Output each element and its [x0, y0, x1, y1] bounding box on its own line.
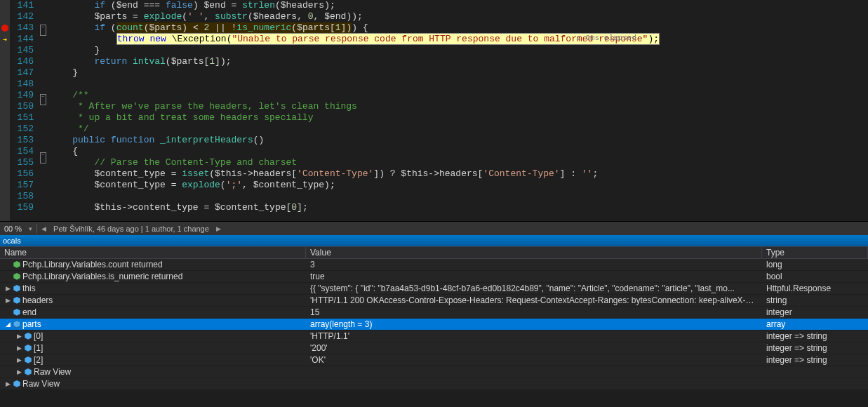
variable-name: Raw View — [34, 366, 71, 378]
code-line[interactable]: public function _interpretHeaders() — [48, 135, 868, 146]
variable-icon — [24, 368, 32, 376]
locals-row[interactable]: ▶ this{{ "system": { "id": "b7aa4a53-d9b… — [0, 283, 868, 295]
blame-info[interactable]: Petr Švihlík, 46 days ago | 1 author, 1 … — [49, 225, 213, 233]
variable-type — [762, 378, 868, 389]
variable-value[interactable]: '200' — [306, 342, 762, 354]
code-line[interactable] — [48, 191, 868, 202]
line-number: 148 — [10, 79, 34, 90]
locals-col-value[interactable]: Value — [306, 247, 762, 258]
locals-row[interactable]: ▶ [2]'OK'integer => string — [0, 354, 868, 366]
variable-name: [2] — [34, 354, 43, 366]
code-line[interactable] — [48, 79, 868, 90]
code-line[interactable]: $content_type = isset($this->headers['Co… — [48, 168, 868, 180]
variable-type: integer => string — [762, 354, 868, 366]
blame-prev-icon[interactable]: ◀ — [39, 225, 49, 232]
locals-row[interactable]: ▶ Pchp.Library.Variables.is_numeric retu… — [0, 271, 868, 283]
expand-toggle-icon[interactable]: ◢ — [4, 319, 11, 331]
line-number: 157 — [10, 180, 34, 191]
fold-toggle-icon[interactable]: - — [40, 25, 46, 36]
line-number: 149 — [10, 90, 34, 101]
locals-col-type[interactable]: Type — [762, 247, 868, 258]
locals-row[interactable]: ▶ Raw View — [0, 378, 868, 390]
code-line[interactable]: * After we've parse the headers, let's c… — [48, 101, 868, 112]
locals-header-row: Name Value Type — [0, 246, 868, 259]
variable-value[interactable] — [306, 378, 762, 389]
zoom-dropdown-icon[interactable]: ▾ — [26, 225, 35, 232]
variable-value[interactable]: array(length = 3) — [306, 319, 762, 330]
line-number-gutter: 1411421431441451461471481491501511521531… — [10, 0, 38, 221]
line-number: 144 — [10, 34, 34, 45]
breakpoint-margin[interactable]: ➜ — [0, 0, 10, 221]
code-line[interactable]: /** — [48, 90, 868, 101]
locals-row[interactable]: ▶ end15integer — [0, 307, 868, 319]
locals-row[interactable]: ◢ partsarray(length = 3)array — [0, 319, 868, 331]
variable-value[interactable]: {{ "system": { "id": "b7aa4a53-d9b1-48cf… — [306, 283, 762, 294]
variable-name: headers — [22, 295, 53, 307]
line-number: 150 — [10, 101, 34, 112]
variable-value[interactable]: 'HTTP/1.1' — [306, 331, 762, 342]
variable-type: long — [762, 259, 868, 270]
variable-name: Pchp.Library.Variables.count returned — [22, 259, 163, 271]
variable-value[interactable]: 'HTTP/1.1 200 OKAccess-Control-Expose-He… — [306, 295, 762, 306]
code-line[interactable]: $this->content_type = $content_type[0]; — [48, 202, 868, 213]
code-line[interactable]: throw new \Exception("Unable to parse re… — [48, 34, 868, 45]
variable-value[interactable]: true — [306, 271, 762, 282]
code-line[interactable]: if ($end === false) $end = strlen($heade… — [48, 0, 868, 11]
code-line[interactable]: // Parse the Content-Type and charset — [48, 157, 868, 168]
locals-row[interactable]: ▶ headers'HTTP/1.1 200 OKAccess-Control-… — [0, 295, 868, 307]
variable-type: integer => string — [762, 342, 868, 354]
variable-value[interactable]: 'OK' — [306, 354, 762, 366]
zoom-level[interactable]: 00 % — [0, 225, 26, 233]
variable-icon — [13, 284, 21, 293]
expand-toggle-icon[interactable]: ▶ — [4, 378, 11, 390]
code-line[interactable]: $content_type = explode(';', $content_ty… — [48, 180, 868, 191]
locals-row[interactable]: ▶ Raw View — [0, 366, 868, 378]
code-line[interactable]: } — [48, 67, 868, 79]
code-line[interactable]: $parts = explode(' ', substr($headers, 0… — [48, 11, 868, 22]
variable-value[interactable] — [306, 366, 762, 378]
line-number: 146 — [10, 56, 34, 67]
line-number: 158 — [10, 191, 34, 202]
code-line[interactable]: * up a bit and treat some headers specia… — [48, 112, 868, 124]
code-line[interactable]: } — [48, 45, 868, 56]
expand-toggle-icon[interactable]: ▶ — [4, 283, 11, 295]
variable-icon — [13, 272, 21, 281]
expand-toggle-icon[interactable]: ▶ — [15, 331, 22, 342]
locals-panel[interactable]: Name Value Type ▶ Pchp.Library.Variables… — [0, 246, 868, 390]
breakpoint-icon[interactable] — [1, 25, 8, 32]
fold-toggle-icon[interactable]: - — [40, 94, 46, 105]
line-number: 152 — [10, 124, 34, 135]
variable-icon — [24, 356, 32, 364]
variable-name: Pchp.Library.Variables.is_numeric return… — [22, 271, 182, 283]
locals-col-name[interactable]: Name — [0, 247, 306, 258]
variable-value[interactable]: 3 — [306, 259, 762, 270]
variable-value[interactable]: 15 — [306, 307, 762, 318]
variable-type: integer — [762, 307, 868, 318]
variable-type: array — [762, 319, 868, 330]
line-number: 159 — [10, 202, 34, 213]
code-editor[interactable]: ➜ 14114214314414514614714814915015115215… — [0, 0, 868, 221]
variable-name: parts — [22, 319, 41, 331]
locals-row[interactable]: ▶ [1]'200'integer => string — [0, 342, 868, 354]
expand-toggle-icon[interactable]: ▶ — [15, 354, 22, 366]
expand-toggle-icon[interactable]: ▶ — [15, 366, 22, 378]
locals-row[interactable]: ▶ Pchp.Library.Variables.count returned3… — [0, 259, 868, 271]
variable-icon — [13, 308, 21, 316]
line-number: 153 — [10, 135, 34, 146]
expand-toggle-icon[interactable]: ▶ — [4, 295, 11, 307]
expand-toggle-icon[interactable]: ▶ — [15, 342, 22, 354]
code-line[interactable]: return intval($parts[1]); — [48, 56, 868, 67]
fold-toggle-icon[interactable]: - — [40, 152, 46, 164]
locals-row[interactable]: ▶ [0]'HTTP/1.1'integer => string — [0, 331, 868, 342]
code-line[interactable]: if (count($parts) < 2 || !is_numeric($pa… — [48, 22, 868, 34]
line-number: 156 — [10, 168, 34, 180]
code-line[interactable]: { — [48, 146, 868, 157]
code-line[interactable]: */ — [48, 124, 868, 135]
variable-icon — [24, 344, 32, 352]
blame-next-icon[interactable]: ▶ — [213, 225, 224, 232]
variable-type — [762, 366, 868, 378]
code-area[interactable]: if ($end === false) $end = strlen($heade… — [48, 0, 868, 221]
fold-margin[interactable]: --- — [38, 0, 48, 221]
locals-panel-title: ocals — [0, 235, 868, 246]
variable-type: bool — [762, 271, 868, 282]
